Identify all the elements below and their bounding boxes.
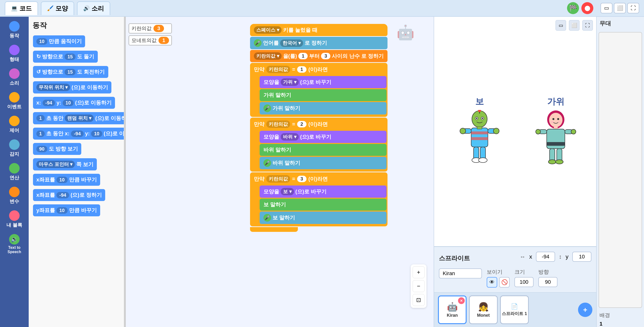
sprite-thumbnails: × 🤖 Kiran 👧 Monet 📄 스프라이트 1 + bbox=[434, 292, 596, 327]
add-sprite-icon: + bbox=[583, 306, 587, 314]
zoom-out-button[interactable]: − bbox=[412, 280, 424, 292]
size-value[interactable]: 100 bbox=[514, 277, 534, 287]
palette-block-direction[interactable]: 90 도 방향 보기 bbox=[33, 143, 81, 155]
looks-block-bawi[interactable]: 모양을 바위 ▾ (으)로 바꾸기 bbox=[260, 131, 386, 143]
split-stage-button[interactable]: ⬜ bbox=[614, 3, 626, 14]
sprite-bo-label: 보 bbox=[475, 96, 484, 108]
sidebar-label-control: 제어 bbox=[10, 127, 19, 134]
palette-block-change-y[interactable]: y좌표를 10 만큼 바꾸기 bbox=[33, 204, 100, 216]
svg-point-35 bbox=[556, 160, 563, 164]
palette-block-glide-xy[interactable]: 1 초 동안 x: -94 y: 10 (으)로 이동... bbox=[33, 128, 124, 140]
direction-value[interactable]: 90 bbox=[538, 277, 558, 287]
looks-block-bo[interactable]: 모양을 보 ▾ (으)로 바꾸기 bbox=[260, 186, 386, 198]
tts-language-block[interactable]: 🎤 언어를 한국어 ▾ 로 정하기 bbox=[250, 37, 388, 49]
hat-block[interactable]: 스페이스 ▾ 키를 눌렀을 때 bbox=[250, 24, 388, 36]
tts-say-bo[interactable]: 🎤 보 말하기 bbox=[260, 212, 386, 224]
stage-small-button[interactable]: ▭ bbox=[556, 20, 566, 30]
stage-area: ▭ ⬜ ⛶ 보 bbox=[434, 17, 596, 247]
palette-block-set-x[interactable]: x좌표를 -94 (으)로 정하기 bbox=[33, 189, 105, 201]
say-block-bawi-1[interactable]: 바위 말하기 bbox=[260, 144, 386, 156]
tts-say-bawi[interactable]: 🎤 바위 말하기 bbox=[260, 157, 386, 169]
sprite-gawi-container: 가위 bbox=[534, 96, 577, 167]
sprite-panel-title: 스프라이트 bbox=[439, 254, 470, 262]
tab-shape-label: 모양 bbox=[56, 4, 68, 13]
stage-thumbnail[interactable] bbox=[598, 32, 642, 308]
tts-say-gawi[interactable]: 🎤 가위 말하기 bbox=[260, 102, 386, 114]
sidebar-item-event[interactable]: 이벤트 bbox=[0, 90, 29, 112]
add-sprite-button[interactable]: + bbox=[578, 302, 592, 317]
sprite-details-row: 보이기 👁 🚫 크기 100 방향 90 bbox=[439, 268, 592, 288]
sidebar-item-motion[interactable]: 동작 bbox=[0, 19, 29, 41]
svg-point-24 bbox=[558, 121, 561, 123]
script-area[interactable]: 키란의값 3 모네트의값 1 스페이스 ▾ 키를 눌렀을 때 bbox=[126, 17, 434, 327]
sidebar-item-sense[interactable]: 감지 bbox=[0, 138, 29, 159]
sound-icon: 🔊 bbox=[83, 5, 90, 12]
sprite-name-group bbox=[439, 268, 482, 278]
calc-dot bbox=[9, 163, 20, 174]
kiran-thumb-label: Kiran bbox=[447, 313, 458, 318]
zoom-in-button[interactable]: + bbox=[412, 266, 424, 278]
sidebar-item-control[interactable]: 제어 bbox=[0, 114, 29, 136]
sidebar-item-tts[interactable]: 🔉 Text to Speech bbox=[0, 232, 29, 256]
zoom-fit-button[interactable]: ⊡ bbox=[412, 294, 424, 306]
sprite-delete-kiran[interactable]: × bbox=[458, 297, 465, 304]
palette-block-glide-random[interactable]: 1 초 동안 랜덤 위치 ▾ (으)로 이동하기 bbox=[33, 112, 124, 124]
palette-block-move[interactable]: 10 만큼 움직이기 bbox=[33, 36, 85, 47]
small-stage-button[interactable]: ▭ bbox=[600, 3, 612, 14]
sidebar-item-myblock[interactable]: 내 블록 bbox=[0, 208, 29, 230]
sprite-name-input[interactable] bbox=[439, 268, 482, 278]
sidebar-item-sound[interactable]: 소리 bbox=[0, 66, 29, 88]
say-block-gawi-1[interactable]: 가위 말하기 bbox=[260, 89, 386, 101]
tab-sound[interactable]: 🔊 소리 bbox=[77, 2, 110, 15]
goto-target-dropdown[interactable]: 무작위 위치 ▾ bbox=[36, 84, 70, 91]
set-variable-block[interactable]: 키란의값 ▾ 을(를) 1 부터 3 사이의 난수 로 정하기 bbox=[250, 50, 388, 62]
sprite-coord-row: ↔ x -94 ↕ y 10 bbox=[520, 252, 592, 262]
turn-right-amount: 15 bbox=[64, 54, 76, 60]
turn-left-amount: 15 bbox=[64, 69, 76, 75]
script-blocks-container: 스페이스 ▾ 키를 눌렀을 때 🎤 언어를 한국어 ▾ 로 정하기 키란의값 ▾… bbox=[250, 24, 388, 232]
code-icon: 💻 bbox=[11, 5, 18, 12]
kiran-thumb-icon: 🤖 bbox=[447, 302, 458, 312]
mic-icon: 🎤 bbox=[254, 39, 262, 47]
svg-point-5 bbox=[476, 118, 478, 119]
visibility-buttons: 👁 🚫 bbox=[487, 277, 510, 288]
palette-block-change-x[interactable]: x좌표를 10 만큼 바꾸기 bbox=[33, 174, 100, 186]
palette-block-turn-right[interactable]: ↻ 방향으로 15 도 돌기 bbox=[33, 51, 98, 63]
looks-block-gawi[interactable]: 모양을 가위 ▾ (으)로 바꾸기 bbox=[260, 76, 386, 88]
sidebar-label-form: 형태 bbox=[10, 56, 19, 63]
sidebar-label-var: 변수 bbox=[10, 198, 19, 204]
hide-button[interactable]: 🚫 bbox=[499, 277, 510, 288]
sprite-thumb-sprite1[interactable]: 📄 스프라이트 1 bbox=[500, 296, 529, 324]
sidebar-label-motion: 동작 bbox=[10, 32, 19, 39]
monet-var-name: 모네트의값 bbox=[132, 37, 156, 44]
kiran-var-value: 3 bbox=[154, 25, 164, 32]
tab-code[interactable]: 💻 코드 bbox=[5, 2, 38, 15]
stage-full-button[interactable]: ⛶ bbox=[582, 20, 593, 30]
palette-block-goto-random[interactable]: 무작위 위치 ▾ (으)로 이동하기 bbox=[33, 81, 112, 94]
y-value[interactable]: 10 bbox=[572, 252, 592, 262]
svg-point-12 bbox=[460, 128, 466, 134]
say-block-bo-1[interactable]: 보 말하기 bbox=[260, 199, 386, 210]
stop-button[interactable]: ⬤ bbox=[581, 2, 593, 14]
show-button[interactable]: 👁 bbox=[487, 277, 497, 288]
palette-block-goto-xy[interactable]: x: -94 y: 10 (으)로 이동하기 bbox=[33, 97, 115, 109]
shape-icon: 🖌️ bbox=[47, 5, 54, 12]
sprite1-thumb-label: 스프라이트 1 bbox=[502, 311, 527, 316]
green-flag-button[interactable]: 🏁 bbox=[567, 2, 579, 14]
sidebar-item-var[interactable]: 변수 bbox=[0, 185, 29, 206]
palette-block-point-toward[interactable]: 마우스 포인터 ▾ 쪽 보기 bbox=[33, 158, 97, 170]
svg-rect-27 bbox=[547, 142, 565, 146]
sprite-thumb-monet[interactable]: 👧 Monet bbox=[469, 296, 498, 324]
x-value[interactable]: -94 bbox=[536, 252, 555, 262]
sprite-thumb-kiran[interactable]: × 🤖 Kiran bbox=[438, 296, 467, 324]
tab-shape[interactable]: 🖌️ 모양 bbox=[41, 2, 74, 15]
sprite-info-panel: 스프라이트 ↔ x -94 ↕ y 10 보이기 bbox=[434, 247, 596, 292]
sense-dot bbox=[9, 139, 20, 150]
svg-rect-26 bbox=[547, 129, 565, 149]
fullscreen-button[interactable]: ⛶ bbox=[627, 3, 639, 14]
block-palette: 동작 10 만큼 움직이기 ↻ 방향으로 15 도 돌기 ↺ 방향으로 15 bbox=[29, 17, 124, 327]
palette-block-turn-left[interactable]: ↺ 방향으로 15 도 회전하기 bbox=[33, 66, 108, 78]
sidebar-item-calc[interactable]: 연산 bbox=[0, 161, 29, 183]
stage-split-button[interactable]: ⬜ bbox=[569, 20, 580, 30]
sidebar-item-form[interactable]: 형태 bbox=[0, 43, 29, 64]
